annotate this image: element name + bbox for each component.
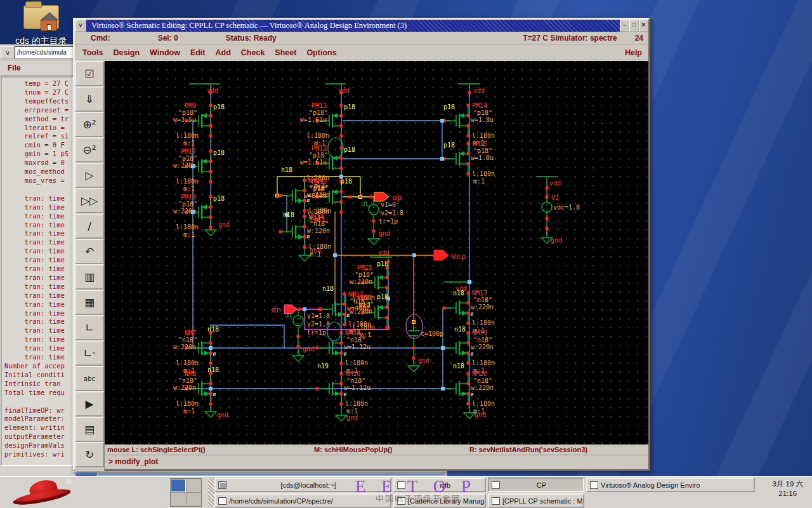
menu-add[interactable]: Add (216, 48, 231, 57)
svg-text:NM18: NM18 (345, 330, 360, 337)
log-line: mos_method (4, 168, 72, 177)
taskbar-button[interactable]: CP (488, 478, 584, 492)
svg-text:+: + (372, 205, 375, 210)
schematic-svg[interactable]: vddvddvddvddvddvddgndgndgndgndgndgndgndg… (105, 61, 648, 444)
folder-icon (23, 5, 59, 29)
menu-help[interactable]: Help (625, 48, 642, 57)
tool-delete-button[interactable]: ∕ (75, 213, 104, 239)
svg-text:p18: p18 (213, 195, 225, 202)
svg-text:l:180n: l:180n (176, 178, 199, 185)
tool-properties-button[interactable]: ▥ (75, 264, 104, 290)
svg-text:n18: n18 (207, 326, 219, 333)
workspace-switcher[interactable] (170, 478, 202, 507)
svg-text:ø: ø (344, 351, 347, 357)
tool-pin-button[interactable]: ▶ (75, 391, 104, 417)
svg-text:w=1.61u: w=1.61u (300, 159, 327, 166)
log-line: tran: time (4, 221, 72, 230)
svg-text:v2=1.8: v2=1.8 (307, 321, 330, 328)
svg-text:n18: n18 (453, 290, 464, 297)
menu-options[interactable]: Options (306, 48, 336, 57)
menu-design[interactable]: Design (113, 48, 140, 57)
svg-text:+: + (546, 203, 548, 208)
svg-text:p18: p18 (213, 149, 225, 156)
svg-text:−: − (546, 208, 548, 213)
taskbar-button[interactable]: [cds@localhost:~] (214, 478, 391, 492)
tool-wire-label-button[interactable]: abc (75, 366, 104, 391)
svg-text:n18: n18 (322, 285, 334, 292)
svg-text:"n18": "n18" (310, 184, 329, 191)
tool-instance-button[interactable]: ▦ (75, 290, 104, 315)
close-button[interactable]: ✕ (639, 20, 648, 32)
svg-text:w=1.12u: w=1.12u (344, 344, 370, 351)
tool-save-button[interactable]: ⇓ (75, 86, 104, 112)
menu-window[interactable]: Window (150, 48, 180, 57)
log-line: tran: time (4, 326, 72, 335)
svg-text:c=100p: c=100p (421, 330, 443, 337)
svg-text:p18: p18 (443, 142, 455, 149)
window-menu-icon[interactable]: ∨ (75, 20, 86, 32)
home-folder-icon[interactable]: cds 的主目录 (6, 5, 76, 47)
maximize-button[interactable]: □ (629, 20, 639, 32)
tool-zoom-out-2x-button[interactable]: ⊖² (75, 137, 104, 163)
schematic-canvas[interactable]: vddvddvddvddvddvddgndgndgndgndgndgndgndg… (105, 61, 648, 444)
menu-sheet[interactable]: Sheet (275, 48, 296, 57)
svg-text:"p18": "p18" (178, 201, 197, 208)
menu-tools[interactable]: Tools (82, 48, 103, 57)
menu-check[interactable]: Check (241, 48, 265, 57)
svg-text:tr=1p: tr=1p (379, 218, 398, 225)
taskbar-button[interactable]: [Cadence Library Manager] (393, 493, 486, 508)
clock: 3月 19 六 21:16 (772, 479, 803, 498)
log-line: tran: time (4, 229, 72, 238)
svg-text:vdc=1.8: vdc=1.8 (553, 204, 580, 211)
svg-text:"p18": "p18" (178, 155, 197, 162)
chevron-down-icon[interactable]: ∨ (1, 46, 15, 59)
workspace-1[interactable] (171, 479, 186, 492)
workspace-2[interactable] (187, 479, 202, 492)
svg-text:up: up (392, 192, 402, 202)
tool-wire-narrow-button[interactable]: ∟ (75, 315, 104, 340)
workspace-4[interactable] (187, 493, 202, 506)
tool-repeat-button[interactable]: ↻ (75, 442, 104, 467)
redhat-menu-icon[interactable]: △ (13, 481, 76, 506)
log-line: tran: time (4, 194, 72, 203)
taskbar-button-label: [Cadence Library Manager] (408, 497, 486, 505)
svg-text:"p18": "p18" (355, 301, 374, 308)
log-line: Number of accep (4, 362, 72, 371)
tool-copy-button[interactable]: ▷▷ (75, 188, 104, 213)
log-line: tempeffects (4, 97, 72, 106)
command-prompt[interactable]: > modify_plot (105, 455, 648, 469)
log-line: relref = si (4, 132, 72, 141)
tool-check-and-save-button[interactable]: ☑ (75, 61, 104, 86)
svg-text:NM17: NM17 (472, 290, 487, 297)
svg-text:l:180n: l:180n (472, 132, 495, 139)
svg-text:m:1: m:1 (183, 140, 195, 147)
menu-edit[interactable]: Edit (190, 48, 206, 57)
svg-text:ø: ø (471, 351, 474, 357)
svg-text:"n18": "n18" (346, 337, 365, 344)
tool-undo-button[interactable]: ↶ (75, 239, 104, 264)
taskbar-button[interactable]: icfb (393, 478, 486, 492)
svg-text:m:1: m:1 (473, 408, 485, 415)
workspace-3[interactable] (171, 493, 186, 506)
log-output[interactable]: temp = 27 C tnom = 27 C tempeffects errp… (1, 76, 74, 466)
taskbar-button[interactable]: Virtuoso® Analog Design Enviro (586, 478, 755, 492)
titlebar[interactable]: ∨ Virtuoso® Schematic Editing: CPPLL CP … (75, 20, 648, 32)
svg-text:w=1.8u: w=1.8u (471, 116, 494, 123)
tool-stretch-button[interactable]: ▷ (75, 163, 104, 188)
taskbar-button[interactable]: /home/cds/simulation/CP/spectre/ (214, 493, 391, 508)
tool-wire-wide-button[interactable]: ∟· (75, 340, 104, 366)
tool-zoom-in-2x-button[interactable]: ⊕² (75, 112, 104, 137)
mouse-right-binding: R: sevNetlistAndRun('sevSession3) (469, 446, 587, 453)
svg-text:v2=1.8: v2=1.8 (381, 210, 403, 217)
svg-text:ø: ø (471, 311, 474, 317)
path-field[interactable]: /home/cds/simula (15, 46, 74, 59)
svg-text:n19: n19 (317, 363, 329, 370)
log-line: tran: time (4, 256, 72, 265)
menu-file[interactable]: File (8, 64, 21, 72)
svg-text:w:220n: w:220n (350, 278, 372, 285)
tool-cmd-options-button[interactable]: ▤ (75, 417, 104, 442)
taskbar-button[interactable]: [CPPLL CP schematic : Mar 19 (488, 493, 584, 508)
minimize-button[interactable]: – (620, 20, 629, 32)
svg-text:l:180n: l:180n (176, 400, 199, 407)
log-line: tran: time (4, 344, 72, 353)
